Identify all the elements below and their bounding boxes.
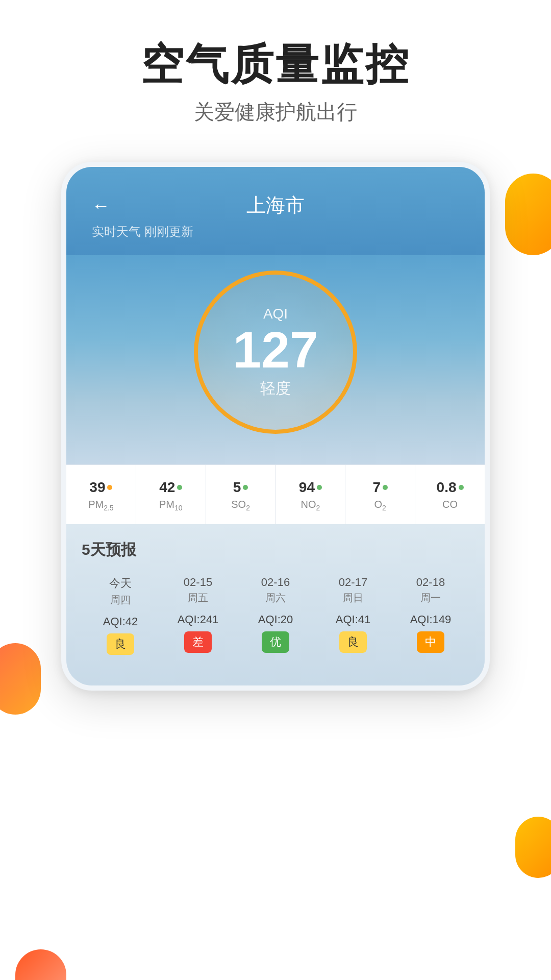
pollutant-dot <box>383 485 388 490</box>
pollutant-dot <box>243 485 248 490</box>
forecast-badge: 中 <box>417 631 444 653</box>
forecast-badge: 差 <box>184 631 212 653</box>
forecast-day: 02-16 周六 AQI:20 优 <box>237 571 314 660</box>
forecast-title: 5天预报 <box>82 540 469 560</box>
decoration-blob-red <box>15 949 66 980</box>
page-title: 空气质量监控 <box>20 41 531 88</box>
pollutant-value-row: 7 <box>350 479 410 496</box>
pollutant-value-row: 42 <box>141 479 201 496</box>
forecast-aqi-value: AQI:149 <box>394 613 467 626</box>
pollutant-value-row: 94 <box>281 479 340 496</box>
pollutant-value: 94 <box>299 479 315 496</box>
forecast-weekday: 周六 <box>239 591 312 605</box>
forecast-weekday: 周五 <box>161 591 235 605</box>
decoration-blob-left <box>0 643 41 715</box>
pollutants-row: 39 PM2.5 42 PM10 5 SO2 94 NO2 7 <box>66 465 485 524</box>
pollutant-dot <box>317 485 322 490</box>
pollutant-dot <box>177 485 182 490</box>
phone-mockup: ← 上海市 实时天气 刚刚更新 AQI 127 轻度 39 PM2. <box>61 162 490 691</box>
forecast-row: 今天 周四 AQI:42 良 02-15 周五 AQI:241 差 02-16 … <box>82 571 469 660</box>
forecast-date: 02-18 <box>394 576 467 589</box>
forecast-day: 02-17 周日 AQI:41 良 <box>314 571 392 660</box>
aqi-section: AQI 127 轻度 <box>66 255 485 464</box>
forecast-weekday: 周一 <box>394 591 467 605</box>
pollutant-name: PM10 <box>141 499 201 512</box>
pollutant-name: NO2 <box>281 499 340 512</box>
forecast-aqi-value: AQI:42 <box>84 615 157 628</box>
app-nav: ← 上海市 <box>92 192 459 218</box>
back-button[interactable]: ← <box>92 195 110 216</box>
pollutant-value-row: 0.8 <box>420 479 480 496</box>
phone-inner: ← 上海市 实时天气 刚刚更新 AQI 127 轻度 39 PM2. <box>66 167 485 685</box>
forecast-date: 02-15 <box>161 576 235 589</box>
weather-status: 实时天气 刚刚更新 <box>92 224 459 240</box>
forecast-day: 02-18 周一 AQI:149 中 <box>392 571 469 660</box>
pollutant-value: 39 <box>89 479 105 496</box>
page-header: 空气质量监控 关爱健康护航出行 <box>0 0 551 146</box>
aqi-circle-wrapper: AQI 127 轻度 <box>194 271 357 434</box>
pollutant-item: 7 O2 <box>345 465 415 524</box>
pollutant-value: 5 <box>233 479 241 496</box>
page-subtitle: 关爱健康护航出行 <box>20 98 531 126</box>
pollutant-value: 0.8 <box>437 479 457 496</box>
forecast-weekday: 周日 <box>316 591 390 605</box>
decoration-blob-right <box>505 174 551 255</box>
forecast-day: 今天 周四 AQI:42 良 <box>82 571 159 660</box>
aqi-label: AQI <box>263 306 288 322</box>
pollutant-item: 39 PM2.5 <box>66 465 136 524</box>
forecast-date: 02-17 <box>316 576 390 589</box>
forecast-date: 今天 <box>84 576 157 591</box>
decoration-blob-bottom-right <box>515 817 551 878</box>
forecast-badge: 良 <box>339 631 367 653</box>
pollutant-value-row: 39 <box>71 479 131 496</box>
forecast-aqi-value: AQI:20 <box>239 613 312 626</box>
forecast-date: 02-16 <box>239 576 312 589</box>
pollutant-value: 42 <box>159 479 175 496</box>
pollutant-name: O2 <box>350 499 410 512</box>
pollutant-name: SO2 <box>211 499 270 512</box>
forecast-badge: 优 <box>262 631 289 653</box>
pollutant-value-row: 5 <box>211 479 270 496</box>
pollutant-dot <box>459 485 464 490</box>
city-name: 上海市 <box>246 192 305 218</box>
app-header: ← 上海市 实时天气 刚刚更新 <box>66 167 485 255</box>
pollutant-dot <box>107 485 112 490</box>
forecast-aqi-value: AQI:241 <box>161 613 235 626</box>
pollutant-item: 0.8 CO <box>415 465 485 524</box>
forecast-day: 02-15 周五 AQI:241 差 <box>159 571 237 660</box>
pollutant-value: 7 <box>372 479 381 496</box>
aqi-quality: 轻度 <box>260 378 291 399</box>
aqi-value: 127 <box>233 324 318 375</box>
pollutant-item: 42 PM10 <box>136 465 206 524</box>
forecast-aqi-value: AQI:41 <box>316 613 390 626</box>
aqi-circle: AQI 127 轻度 <box>194 271 357 434</box>
pollutant-name: PM2.5 <box>71 499 131 512</box>
forecast-badge: 良 <box>107 633 134 655</box>
pollutants-section: 39 PM2.5 42 PM10 5 SO2 94 NO2 7 <box>66 464 485 524</box>
pollutant-name: CO <box>420 499 480 510</box>
pollutant-item: 5 SO2 <box>206 465 276 524</box>
forecast-weekday: 周四 <box>84 593 157 607</box>
forecast-section: 5天预报 今天 周四 AQI:42 良 02-15 周五 AQI:241 差 0… <box>66 524 485 685</box>
pollutant-item: 94 NO2 <box>276 465 345 524</box>
